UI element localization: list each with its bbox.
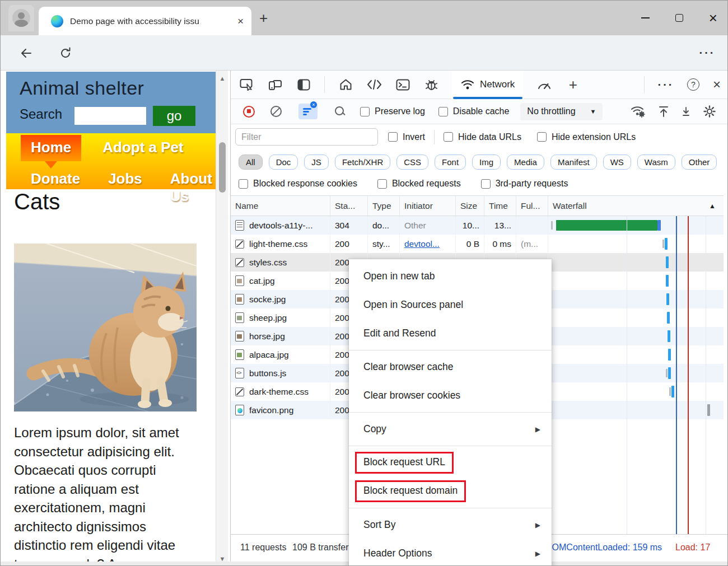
nav-item-about-us[interactable]: About Us — [168, 166, 217, 209]
column-header-ful[interactable]: Ful... — [516, 196, 548, 216]
request-name-cell[interactable]: cat.jpg — [231, 272, 330, 290]
filter-chip-wasm[interactable]: Wasm — [637, 155, 675, 170]
throttling-dropdown[interactable]: No throttling▼ — [520, 103, 603, 120]
devtools-more-options-icon[interactable]: ··· — [658, 77, 674, 92]
menu-item-copy[interactable]: Copy▶ — [349, 415, 552, 443]
preserve-log-checkbox[interactable]: Preserve log — [360, 106, 425, 116]
browser-tab[interactable]: Demo page with accessibility issu × — [39, 7, 251, 35]
network-conditions-icon[interactable] — [631, 105, 646, 118]
site-search-input[interactable] — [74, 107, 146, 125]
request-name-cell[interactable]: buttons.js — [231, 364, 330, 382]
menu-item-header-options[interactable]: Header Options▶ — [349, 539, 552, 566]
filter-chip-font[interactable]: Font — [435, 155, 466, 170]
favicon-file-icon — [235, 405, 244, 415]
inspect-element-icon[interactable] — [239, 77, 254, 92]
column-header-name[interactable]: Name — [231, 196, 330, 216]
devtools-close-icon[interactable]: × — [713, 78, 721, 91]
filter-chip-doc[interactable]: Doc — [269, 155, 298, 170]
window-close-button[interactable]: × — [709, 11, 717, 25]
column-header-type[interactable]: Type — [368, 196, 400, 216]
disable-cache-checkbox[interactable]: Disable cache — [438, 106, 510, 116]
scrollbar-thumb[interactable] — [219, 142, 226, 193]
focus-panel-layout-icon[interactable] — [296, 77, 311, 92]
window-minimize-button[interactable] — [641, 17, 650, 18]
profile-avatar-icon — [12, 9, 30, 27]
request-name-cell[interactable]: light-theme.css — [231, 235, 330, 253]
column-header-initiator[interactable]: Initiator — [400, 196, 456, 216]
clear-network-log-icon[interactable] — [270, 106, 282, 117]
tab-network[interactable]: Network — [452, 71, 524, 99]
column-header-sta[interactable]: Sta... — [330, 196, 368, 216]
filter-chip-js[interactable]: JS — [304, 155, 329, 170]
export-har-icon[interactable] — [682, 106, 690, 116]
import-har-icon[interactable] — [658, 105, 669, 118]
filter-chip-media[interactable]: Media — [507, 155, 544, 170]
filter-icon[interactable]: × — [298, 104, 318, 119]
fulfilled-cell: (m... — [516, 235, 548, 253]
column-header-size[interactable]: Size — [456, 196, 484, 216]
search-go-button[interactable]: go — [153, 106, 195, 126]
nav-item-adopt-a-pet[interactable]: Adopt a Pet — [100, 135, 185, 160]
initiator-link[interactable]: devtool... — [404, 239, 440, 249]
filter-chip-ws[interactable]: WS — [603, 155, 631, 170]
checkbox-blocked-requests[interactable]: Blocked requests — [377, 179, 461, 189]
filter-chip-img[interactable]: Img — [472, 155, 501, 170]
invert-checkbox[interactable]: Invert — [388, 132, 425, 142]
page-scrollbar[interactable]: ▲ ▼ — [216, 71, 228, 566]
performance-gauge-icon[interactable] — [536, 77, 552, 92]
menu-item-clear-browser-cache[interactable]: Clear browser cache — [349, 353, 552, 381]
hide-data-urls-checkbox[interactable]: Hide data URLs — [444, 132, 521, 142]
device-emulation-icon[interactable] — [267, 77, 283, 92]
menu-item-block-request-url[interactable]: Block request URL — [349, 448, 552, 477]
request-name-cell[interactable]: socke.jpg — [231, 290, 330, 308]
column-header-time[interactable]: Time — [484, 196, 516, 216]
issues-bug-icon[interactable] — [423, 77, 439, 92]
settings-more-icon[interactable]: ··· — [697, 35, 717, 71]
column-header-waterfall[interactable]: Waterfall▲ — [548, 196, 724, 216]
menu-item-open-in-new-tab[interactable]: Open in new tab — [349, 262, 552, 291]
console-icon[interactable] — [395, 77, 410, 92]
request-name-cell[interactable]: dark-theme.css — [231, 382, 330, 401]
filter-chip-css[interactable]: CSS — [396, 155, 428, 170]
nav-item-jobs[interactable]: Jobs — [106, 166, 144, 191]
request-name-cell[interactable]: sheep.jpg — [231, 308, 330, 327]
menu-item-open-in-sources-panel[interactable]: Open in Sources panel — [349, 291, 552, 319]
request-name-cell[interactable]: alpaca.jpg — [231, 345, 330, 364]
filter-input[interactable] — [235, 128, 378, 146]
tab-close-icon[interactable]: × — [237, 16, 244, 26]
record-network-log-icon[interactable] — [243, 106, 255, 118]
refresh-button[interactable] — [55, 35, 76, 71]
checkbox-3rd-party-requests[interactable]: 3rd-party requests — [481, 179, 568, 189]
table-row[interactable]: light-theme.css200sty...devtool...0 B0 m… — [231, 235, 724, 253]
filter-chip-other[interactable]: Other — [682, 155, 717, 170]
filter-chip-all[interactable]: All — [239, 155, 263, 170]
window-maximize-button[interactable] — [675, 14, 683, 22]
search-network-icon[interactable] — [334, 106, 346, 117]
request-name-cell[interactable]: favicon.png — [231, 401, 330, 419]
scroll-up-icon[interactable]: ▲ — [216, 75, 228, 82]
menu-item-block-request-domain[interactable]: Block request domain — [349, 477, 552, 506]
nav-item-home[interactable]: Home — [21, 135, 81, 161]
checkbox-blocked-response-cookies[interactable]: Blocked response cookies — [239, 179, 357, 189]
welcome-home-icon[interactable] — [338, 77, 353, 92]
filter-chip-fetchxhr[interactable]: Fetch/XHR — [335, 155, 390, 170]
request-name-cell[interactable]: horse.jpg — [231, 327, 330, 345]
hide-extension-urls-checkbox[interactable]: Hide extension URLs — [537, 132, 636, 142]
request-name-cell[interactable]: styles.css — [231, 253, 330, 272]
sort-ascending-icon[interactable]: ▲ — [709, 202, 716, 210]
menu-item-clear-browser-cookies[interactable]: Clear browser cookies — [349, 381, 552, 410]
network-settings-gear-icon[interactable] — [703, 105, 716, 118]
menu-item-edit-and-resend[interactable]: Edit and Resend — [349, 319, 552, 348]
waterfall-cell — [548, 382, 724, 401]
profile-button[interactable] — [8, 5, 34, 31]
filter-chip-manifest[interactable]: Manifest — [550, 155, 597, 170]
more-tabs-plus-icon[interactable]: + — [565, 77, 581, 92]
waterfall-tick — [668, 367, 671, 379]
elements-sources-icon[interactable] — [366, 77, 382, 92]
menu-item-sort-by[interactable]: Sort By▶ — [349, 511, 552, 539]
request-name-cell[interactable]: devtools-a11y-... — [231, 216, 330, 235]
new-tab-button[interactable]: + — [259, 11, 268, 25]
back-button[interactable] — [16, 35, 36, 71]
devtools-help-icon[interactable]: ? — [687, 78, 699, 91]
table-row[interactable]: devtools-a11y-...304do...Other10...13... — [231, 216, 724, 235]
